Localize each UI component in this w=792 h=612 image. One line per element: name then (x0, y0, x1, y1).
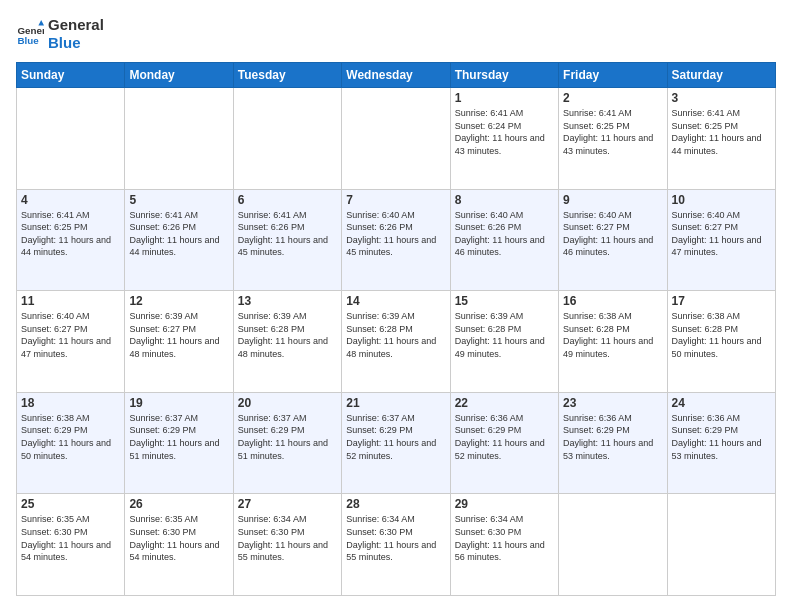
calendar-cell: 4Sunrise: 6:41 AM Sunset: 6:25 PM Daylig… (17, 189, 125, 291)
day-info: Sunrise: 6:37 AM Sunset: 6:29 PM Dayligh… (346, 412, 445, 462)
logo-icon: General Blue (16, 20, 44, 48)
day-number: 2 (563, 91, 662, 105)
day-header-tuesday: Tuesday (233, 63, 341, 88)
calendar-cell (559, 494, 667, 596)
logo-text: General Blue (48, 16, 104, 52)
day-info: Sunrise: 6:39 AM Sunset: 6:28 PM Dayligh… (455, 310, 554, 360)
calendar-cell: 18Sunrise: 6:38 AM Sunset: 6:29 PM Dayli… (17, 392, 125, 494)
calendar-cell: 12Sunrise: 6:39 AM Sunset: 6:27 PM Dayli… (125, 291, 233, 393)
day-number: 11 (21, 294, 120, 308)
day-info: Sunrise: 6:34 AM Sunset: 6:30 PM Dayligh… (455, 513, 554, 563)
calendar-cell: 2Sunrise: 6:41 AM Sunset: 6:25 PM Daylig… (559, 88, 667, 190)
svg-text:Blue: Blue (17, 35, 39, 46)
header: General Blue General Blue (16, 16, 776, 52)
day-info: Sunrise: 6:38 AM Sunset: 6:28 PM Dayligh… (563, 310, 662, 360)
calendar-cell: 9Sunrise: 6:40 AM Sunset: 6:27 PM Daylig… (559, 189, 667, 291)
calendar-cell (233, 88, 341, 190)
day-info: Sunrise: 6:39 AM Sunset: 6:28 PM Dayligh… (346, 310, 445, 360)
calendar-week-3: 11Sunrise: 6:40 AM Sunset: 6:27 PM Dayli… (17, 291, 776, 393)
svg-marker-2 (38, 20, 44, 26)
calendar-week-4: 18Sunrise: 6:38 AM Sunset: 6:29 PM Dayli… (17, 392, 776, 494)
day-info: Sunrise: 6:40 AM Sunset: 6:26 PM Dayligh… (455, 209, 554, 259)
calendar-cell: 11Sunrise: 6:40 AM Sunset: 6:27 PM Dayli… (17, 291, 125, 393)
day-number: 16 (563, 294, 662, 308)
day-info: Sunrise: 6:41 AM Sunset: 6:26 PM Dayligh… (129, 209, 228, 259)
day-header-saturday: Saturday (667, 63, 775, 88)
logo: General Blue General Blue (16, 16, 104, 52)
day-info: Sunrise: 6:36 AM Sunset: 6:29 PM Dayligh… (672, 412, 771, 462)
calendar-cell (125, 88, 233, 190)
calendar-cell: 28Sunrise: 6:34 AM Sunset: 6:30 PM Dayli… (342, 494, 450, 596)
calendar-cell: 16Sunrise: 6:38 AM Sunset: 6:28 PM Dayli… (559, 291, 667, 393)
day-header-monday: Monday (125, 63, 233, 88)
calendar-cell: 27Sunrise: 6:34 AM Sunset: 6:30 PM Dayli… (233, 494, 341, 596)
day-info: Sunrise: 6:39 AM Sunset: 6:27 PM Dayligh… (129, 310, 228, 360)
day-info: Sunrise: 6:34 AM Sunset: 6:30 PM Dayligh… (238, 513, 337, 563)
calendar-cell: 14Sunrise: 6:39 AM Sunset: 6:28 PM Dayli… (342, 291, 450, 393)
day-number: 7 (346, 193, 445, 207)
day-info: Sunrise: 6:40 AM Sunset: 6:27 PM Dayligh… (672, 209, 771, 259)
day-info: Sunrise: 6:38 AM Sunset: 6:28 PM Dayligh… (672, 310, 771, 360)
day-header-sunday: Sunday (17, 63, 125, 88)
calendar-cell (342, 88, 450, 190)
day-info: Sunrise: 6:41 AM Sunset: 6:26 PM Dayligh… (238, 209, 337, 259)
day-number: 27 (238, 497, 337, 511)
calendar-cell: 29Sunrise: 6:34 AM Sunset: 6:30 PM Dayli… (450, 494, 558, 596)
calendar-week-2: 4Sunrise: 6:41 AM Sunset: 6:25 PM Daylig… (17, 189, 776, 291)
day-info: Sunrise: 6:40 AM Sunset: 6:26 PM Dayligh… (346, 209, 445, 259)
calendar-cell: 13Sunrise: 6:39 AM Sunset: 6:28 PM Dayli… (233, 291, 341, 393)
day-info: Sunrise: 6:37 AM Sunset: 6:29 PM Dayligh… (129, 412, 228, 462)
day-header-thursday: Thursday (450, 63, 558, 88)
day-info: Sunrise: 6:36 AM Sunset: 6:29 PM Dayligh… (455, 412, 554, 462)
calendar-cell: 5Sunrise: 6:41 AM Sunset: 6:26 PM Daylig… (125, 189, 233, 291)
calendar-cell: 7Sunrise: 6:40 AM Sunset: 6:26 PM Daylig… (342, 189, 450, 291)
day-number: 4 (21, 193, 120, 207)
calendar-cell (17, 88, 125, 190)
day-number: 19 (129, 396, 228, 410)
day-number: 12 (129, 294, 228, 308)
calendar-cell: 22Sunrise: 6:36 AM Sunset: 6:29 PM Dayli… (450, 392, 558, 494)
day-info: Sunrise: 6:36 AM Sunset: 6:29 PM Dayligh… (563, 412, 662, 462)
day-number: 23 (563, 396, 662, 410)
calendar-cell: 10Sunrise: 6:40 AM Sunset: 6:27 PM Dayli… (667, 189, 775, 291)
day-info: Sunrise: 6:41 AM Sunset: 6:24 PM Dayligh… (455, 107, 554, 157)
day-info: Sunrise: 6:35 AM Sunset: 6:30 PM Dayligh… (21, 513, 120, 563)
day-number: 8 (455, 193, 554, 207)
calendar-cell (667, 494, 775, 596)
day-number: 24 (672, 396, 771, 410)
day-number: 6 (238, 193, 337, 207)
day-number: 18 (21, 396, 120, 410)
day-number: 17 (672, 294, 771, 308)
day-number: 29 (455, 497, 554, 511)
day-info: Sunrise: 6:39 AM Sunset: 6:28 PM Dayligh… (238, 310, 337, 360)
day-header-wednesday: Wednesday (342, 63, 450, 88)
calendar-cell: 23Sunrise: 6:36 AM Sunset: 6:29 PM Dayli… (559, 392, 667, 494)
calendar-cell: 26Sunrise: 6:35 AM Sunset: 6:30 PM Dayli… (125, 494, 233, 596)
calendar-cell: 21Sunrise: 6:37 AM Sunset: 6:29 PM Dayli… (342, 392, 450, 494)
day-info: Sunrise: 6:41 AM Sunset: 6:25 PM Dayligh… (672, 107, 771, 157)
page: General Blue General Blue SundayMondayTu… (0, 0, 792, 612)
calendar-header-row: SundayMondayTuesdayWednesdayThursdayFrid… (17, 63, 776, 88)
day-number: 22 (455, 396, 554, 410)
calendar-week-5: 25Sunrise: 6:35 AM Sunset: 6:30 PM Dayli… (17, 494, 776, 596)
calendar-cell: 19Sunrise: 6:37 AM Sunset: 6:29 PM Dayli… (125, 392, 233, 494)
day-number: 3 (672, 91, 771, 105)
day-header-friday: Friday (559, 63, 667, 88)
calendar-cell: 8Sunrise: 6:40 AM Sunset: 6:26 PM Daylig… (450, 189, 558, 291)
day-number: 10 (672, 193, 771, 207)
day-info: Sunrise: 6:40 AM Sunset: 6:27 PM Dayligh… (563, 209, 662, 259)
day-number: 28 (346, 497, 445, 511)
calendar-week-1: 1Sunrise: 6:41 AM Sunset: 6:24 PM Daylig… (17, 88, 776, 190)
day-number: 5 (129, 193, 228, 207)
calendar-cell: 3Sunrise: 6:41 AM Sunset: 6:25 PM Daylig… (667, 88, 775, 190)
day-info: Sunrise: 6:35 AM Sunset: 6:30 PM Dayligh… (129, 513, 228, 563)
day-number: 21 (346, 396, 445, 410)
day-info: Sunrise: 6:38 AM Sunset: 6:29 PM Dayligh… (21, 412, 120, 462)
day-info: Sunrise: 6:34 AM Sunset: 6:30 PM Dayligh… (346, 513, 445, 563)
day-number: 13 (238, 294, 337, 308)
day-number: 15 (455, 294, 554, 308)
calendar-cell: 24Sunrise: 6:36 AM Sunset: 6:29 PM Dayli… (667, 392, 775, 494)
day-number: 1 (455, 91, 554, 105)
calendar-cell: 20Sunrise: 6:37 AM Sunset: 6:29 PM Dayli… (233, 392, 341, 494)
day-number: 20 (238, 396, 337, 410)
